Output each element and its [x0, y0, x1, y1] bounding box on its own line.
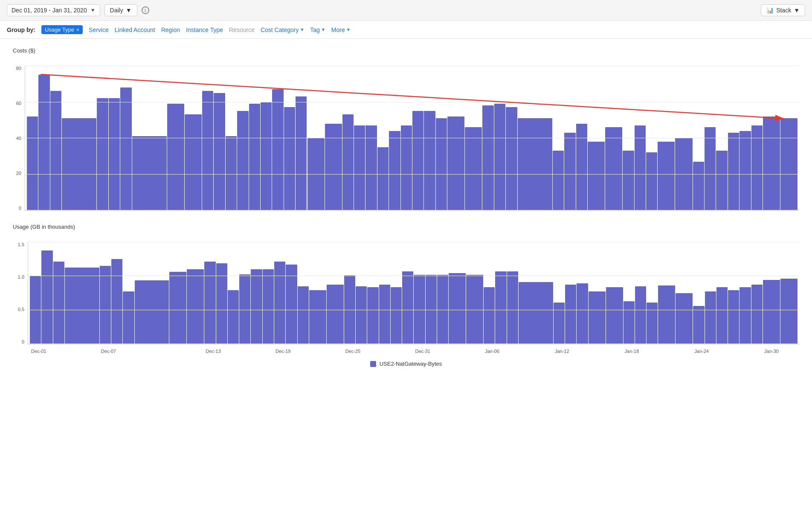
x-label: Dec-25 — [345, 349, 380, 354]
bar-col — [693, 242, 728, 344]
info-icon[interactable]: i — [142, 6, 149, 14]
costs-bars — [25, 66, 799, 210]
x-label: Dec-19 — [276, 349, 310, 354]
bar — [424, 111, 435, 210]
more-caret-icon: ▼ — [346, 27, 351, 32]
stack-label: Stack — [776, 7, 791, 14]
active-group-tag[interactable]: Usage Type × — [41, 25, 83, 34]
x-label: Jan-06 — [485, 349, 520, 354]
date-range-picker[interactable]: Dec 01, 2019 - Jan 31, 2020 ▼ — [7, 4, 100, 16]
groupby-option-service[interactable]: Service — [89, 26, 109, 33]
bar-col — [763, 66, 798, 210]
costs-y-80: 80 — [13, 66, 21, 71]
bar — [780, 279, 798, 344]
bar — [354, 125, 365, 210]
bar — [519, 282, 553, 344]
x-label — [520, 349, 555, 354]
bar — [564, 133, 575, 210]
bar-col — [167, 66, 202, 210]
x-label: Jan-24 — [694, 349, 729, 354]
bar — [169, 272, 186, 344]
bar — [38, 75, 49, 210]
bar — [228, 290, 239, 344]
bar — [135, 280, 169, 344]
bar — [202, 91, 213, 210]
bar — [402, 271, 413, 344]
bar — [751, 285, 763, 344]
bar — [606, 287, 623, 344]
remove-tag-button[interactable]: × — [76, 27, 79, 33]
usage-y-0: 0 — [13, 339, 24, 344]
x-label: Dec-31 — [415, 349, 450, 354]
stack-chart-icon: 📊 — [766, 7, 774, 14]
groupby-option-tag[interactable]: Tag ▼ — [310, 26, 325, 33]
bar-col — [588, 66, 622, 210]
bar-col — [379, 242, 414, 344]
bar — [465, 127, 482, 210]
granularity-picker[interactable]: Daily ▼ — [104, 4, 137, 16]
bar — [251, 269, 262, 344]
groupby-option-cost-category[interactable]: Cost Category ▼ — [261, 26, 304, 33]
stack-button[interactable]: 📊 Stack ▼ — [761, 4, 805, 16]
bar — [187, 269, 204, 344]
bar — [356, 286, 367, 344]
bar — [751, 125, 763, 210]
bar — [249, 104, 260, 210]
usage-chart-section: Usage (GB in thousands) 0 0.5 1.0 1.5 — [13, 224, 799, 344]
bar-col — [519, 242, 553, 344]
bar — [693, 306, 704, 344]
bar — [286, 265, 297, 344]
bar — [123, 291, 134, 344]
bar — [676, 293, 693, 344]
bar-col — [447, 66, 482, 210]
bar — [740, 287, 751, 344]
bar — [412, 111, 423, 210]
bar-col — [344, 242, 379, 344]
groupby-option-region[interactable]: Region — [161, 26, 180, 33]
bar-col — [658, 242, 693, 344]
legend-color-swatch — [370, 361, 376, 367]
granularity-chevron-icon: ▼ — [126, 7, 132, 14]
groupby-option-instance-type[interactable]: Instance Type — [186, 26, 223, 33]
x-label: Dec-07 — [101, 349, 136, 354]
bar-col — [272, 66, 307, 210]
x-label — [450, 349, 485, 354]
charts-container: Costs ($) 0 20 40 60 80 — [0, 39, 812, 367]
group-by-label: Group by: — [7, 26, 35, 33]
bar-col — [237, 66, 272, 210]
bar — [344, 275, 355, 344]
bar — [185, 114, 202, 210]
bar-col — [414, 242, 448, 344]
bar — [780, 118, 798, 210]
costs-y-40: 40 — [13, 136, 21, 141]
x-label: Jan-30 — [764, 349, 799, 354]
bar-col — [728, 242, 763, 344]
date-range-label: Dec 01, 2019 - Jan 31, 2020 — [12, 7, 87, 14]
costs-chart-title: Costs ($) — [13, 47, 799, 54]
bar — [658, 285, 675, 344]
bar — [27, 116, 38, 210]
bar-col — [169, 242, 204, 344]
bar — [298, 286, 309, 344]
bar — [379, 285, 390, 344]
bar-col — [482, 66, 517, 210]
groupby-option-linked-account[interactable]: Linked Account — [115, 26, 155, 33]
groupby-option-more[interactable]: More ▼ — [331, 26, 351, 33]
stack-chevron-icon: ▼ — [794, 7, 800, 14]
usage-chart-title: Usage (GB in thousands) — [13, 224, 799, 230]
bar — [588, 142, 605, 210]
x-label: Jan-18 — [625, 349, 660, 354]
bar — [437, 275, 448, 344]
bar — [97, 98, 108, 210]
bar — [389, 131, 400, 210]
x-label — [659, 349, 694, 354]
bar-col — [484, 242, 518, 344]
bar-col — [728, 66, 763, 210]
usage-y-05: 0.5 — [13, 307, 24, 312]
x-label — [310, 349, 345, 354]
costs-y-20: 20 — [13, 171, 21, 176]
bar — [414, 275, 425, 344]
bar — [284, 107, 295, 210]
bar — [763, 116, 780, 210]
bar — [693, 162, 704, 210]
